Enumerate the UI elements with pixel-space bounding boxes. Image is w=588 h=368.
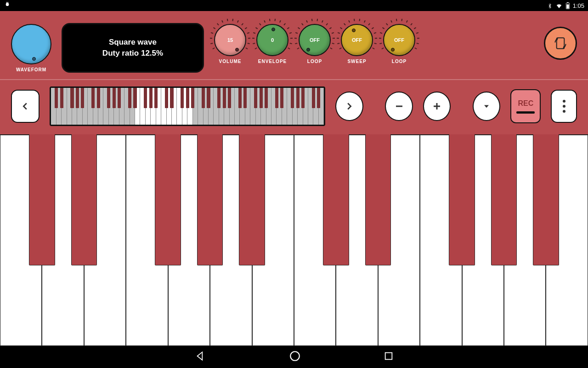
rec-slot-icon — [516, 111, 535, 114]
mini-black-key[interactable] — [186, 88, 189, 108]
envelope-value: 0 — [271, 37, 274, 43]
svg-rect-5 — [567, 2, 568, 3]
black-key[interactable] — [491, 134, 517, 265]
scroll-left-button[interactable] — [11, 90, 40, 123]
svg-point-9 — [563, 110, 565, 113]
mini-black-key[interactable] — [165, 88, 168, 108]
loop2-knob[interactable]: OFF — [383, 24, 415, 56]
mini-black-key[interactable] — [107, 88, 110, 108]
mini-black-key[interactable] — [265, 88, 268, 108]
rotate-button[interactable] — [544, 27, 577, 60]
nav-home-button[interactable] — [289, 350, 301, 364]
rec-label: REC — [518, 99, 533, 108]
mini-black-key[interactable] — [296, 88, 300, 108]
mini-black-key[interactable] — [154, 88, 158, 108]
mini-black-key[interactable] — [228, 88, 231, 108]
black-key[interactable] — [533, 134, 559, 265]
waveform-knob[interactable] — [11, 24, 51, 64]
black-key[interactable] — [29, 134, 55, 265]
mini-black-key[interactable] — [191, 88, 194, 108]
menu-button[interactable] — [551, 90, 577, 123]
envelope-knob[interactable]: 0 — [256, 24, 288, 56]
dropdown-button[interactable] — [473, 92, 500, 121]
svg-rect-6 — [557, 38, 565, 48]
nav-recents-icon — [384, 351, 394, 361]
nav-row: REC — [0, 80, 588, 134]
loop2-knob-col: OFF LOOP — [383, 24, 415, 64]
sweep-knob[interactable]: OFF — [341, 24, 373, 56]
mini-black-key[interactable] — [128, 88, 131, 108]
plus-icon — [431, 101, 442, 112]
svg-rect-11 — [385, 353, 392, 360]
mini-black-key[interactable] — [133, 88, 136, 108]
mini-black-key[interactable] — [260, 88, 263, 108]
mini-black-key[interactable] — [291, 88, 294, 108]
mini-black-key[interactable] — [81, 88, 84, 108]
mini-black-key[interactable] — [55, 88, 58, 108]
mini-black-key[interactable] — [223, 88, 226, 108]
nav-recents-button[interactable] — [384, 351, 394, 363]
waveform-knob-col: WAVEFORM — [11, 24, 51, 72]
mini-black-key[interactable] — [207, 88, 210, 108]
black-key[interactable] — [365, 134, 391, 265]
bluetooth-icon — [547, 2, 553, 9]
nav-back-icon — [194, 350, 206, 362]
mini-black-key[interactable] — [202, 88, 205, 108]
record-button[interactable]: REC — [510, 89, 541, 123]
mini-black-key[interactable] — [76, 88, 79, 108]
black-key[interactable] — [239, 134, 265, 265]
mini-black-key[interactable] — [238, 88, 242, 108]
display-line1: Square wave — [109, 37, 157, 48]
scroll-right-button[interactable] — [335, 92, 363, 121]
sweep-value: OFF — [352, 37, 362, 43]
android-status-bar: 1:05 — [0, 0, 588, 11]
mini-keyboard[interactable] — [50, 86, 325, 126]
svg-point-0 — [6, 3, 9, 6]
mini-black-key[interactable] — [243, 88, 247, 108]
mini-black-key[interactable] — [149, 88, 153, 108]
debug-icon — [4, 1, 11, 10]
more-vert-icon — [562, 99, 566, 113]
mini-black-key[interactable] — [60, 88, 63, 108]
zoom-in-button[interactable] — [423, 92, 451, 121]
caret-down-icon — [482, 102, 491, 111]
sweep-label: SWEEP — [347, 59, 366, 64]
rotate-icon — [551, 34, 570, 52]
mini-black-key[interactable] — [97, 88, 100, 108]
volume-knob[interactable]: 15 — [214, 24, 246, 56]
mini-black-key[interactable] — [91, 88, 95, 108]
mini-black-key[interactable] — [301, 88, 305, 108]
loop1-value: OFF — [310, 37, 320, 43]
black-key[interactable] — [449, 134, 475, 265]
synth-app: WAVEFORM Square wave Duty ratio 12.5% 15… — [0, 11, 588, 346]
mini-black-key[interactable] — [170, 88, 173, 108]
zoom-out-button[interactable] — [385, 92, 413, 121]
battery-icon — [565, 2, 570, 9]
mini-black-key[interactable] — [118, 88, 121, 108]
mini-black-key[interactable] — [317, 88, 320, 108]
nav-back-button[interactable] — [194, 350, 206, 364]
loop1-knob[interactable]: OFF — [299, 24, 331, 56]
mini-black-key[interactable] — [312, 88, 315, 108]
mini-black-key[interactable] — [217, 88, 220, 108]
svg-rect-1 — [6, 2, 7, 3]
black-key[interactable] — [197, 134, 223, 265]
mini-black-key[interactable] — [181, 88, 184, 108]
loop1-label: LOOP — [307, 59, 322, 64]
mini-black-key[interactable] — [275, 88, 278, 108]
knob-panel: WAVEFORM Square wave Duty ratio 12.5% 15… — [0, 11, 588, 80]
mini-black-key[interactable] — [254, 88, 257, 108]
black-key[interactable] — [71, 134, 97, 265]
mini-black-key[interactable] — [144, 88, 147, 108]
chevron-left-icon — [20, 100, 30, 113]
envelope-label: ENVELOPE — [258, 59, 287, 64]
svg-point-8 — [563, 105, 565, 108]
black-key[interactable] — [155, 134, 181, 265]
mini-black-key[interactable] — [113, 88, 116, 108]
sweep-knob-col: OFF SWEEP — [341, 24, 373, 64]
mini-black-key[interactable] — [280, 88, 283, 108]
loop2-label: LOOP — [392, 59, 407, 64]
mini-black-key[interactable] — [70, 88, 74, 108]
minus-icon — [394, 101, 405, 112]
black-key[interactable] — [323, 134, 349, 265]
